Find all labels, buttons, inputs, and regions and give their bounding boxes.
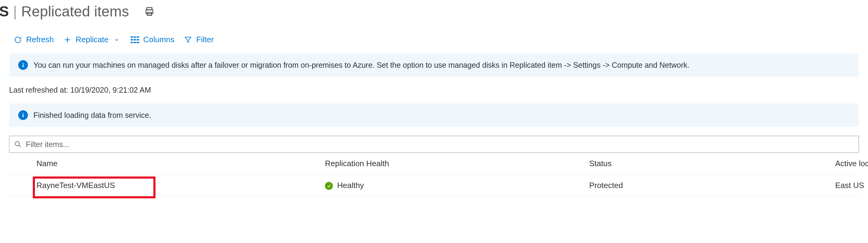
last-refreshed-label: Last refreshed at: [9,86,70,94]
svg-rect-8 [131,39,133,40]
refresh-button[interactable]: Refresh [13,35,54,44]
info-banner-text: You can run your machines on managed dis… [33,61,689,69]
item-name: RayneTest-VMEastUS [36,181,115,190]
svg-rect-12 [134,42,136,43]
print-icon[interactable] [144,6,155,17]
info-banner-loaded: Finished loading data from service. [9,103,859,127]
cell-status: Protected [565,175,811,195]
command-bar: Refresh Replicate [0,26,868,54]
page-header: stUS | Replicated items [0,0,868,26]
status-value: Protected [589,181,623,190]
svg-rect-5 [131,36,133,38]
info-icon [18,110,28,120]
columns-label: Columns [143,35,174,44]
refresh-icon [13,35,23,44]
table-header-row: Name Replication Health Status Active lo… [9,153,859,175]
page-title: Replicated items [21,3,129,20]
cell-active-location: East US [811,175,864,195]
chevron-down-icon [112,35,121,44]
svg-point-17 [23,113,23,114]
col-header-status[interactable]: Status [565,153,811,174]
svg-rect-13 [137,42,139,43]
svg-marker-14 [185,37,191,42]
svg-rect-11 [131,42,133,43]
filter-button[interactable]: Filter [183,35,214,44]
last-refreshed-value: 10/19/2020, 9:21:02 AM [70,86,151,94]
svg-point-19 [15,142,20,146]
replicate-label: Replicate [75,35,108,44]
info-banner-managed-disks: You can run your machines on managed dis… [9,54,859,77]
svg-rect-9 [134,39,136,40]
refresh-label: Refresh [26,35,54,44]
cell-name[interactable]: RayneTest-VMEastUS [9,175,301,195]
svg-rect-7 [137,36,139,38]
svg-rect-18 [23,115,23,117]
filter-label: Filter [196,35,214,44]
columns-icon [130,35,140,44]
success-icon [325,182,333,190]
last-refreshed: Last refreshed at: 10/19/2020, 9:21:02 A… [0,86,868,103]
active-location-value: East US [835,181,864,190]
col-header-replication-health[interactable]: Replication Health [301,153,565,174]
filter-items-box[interactable] [9,136,859,153]
filter-items-input[interactable] [25,140,854,149]
svg-point-15 [23,63,23,64]
svg-rect-16 [23,64,23,67]
header-separator: | [9,3,21,20]
info-icon [18,60,28,70]
col-header-name[interactable]: Name [9,153,301,174]
col-header-active-location[interactable]: Active locati [811,153,868,174]
svg-rect-6 [134,36,136,38]
cell-replication-health: Healthy [301,175,565,195]
columns-button[interactable]: Columns [130,35,174,44]
replicated-items-table: Name Replication Health Status Active lo… [9,153,859,196]
funnel-icon [183,35,192,44]
vault-name-suffix: stUS [0,3,9,20]
search-icon [14,141,22,148]
svg-rect-10 [137,39,139,40]
info-banner-text: Finished loading data from service. [33,111,151,120]
replicate-button[interactable]: Replicate [63,35,121,44]
plus-icon [63,35,72,44]
svg-line-20 [19,145,21,147]
replication-health-value: Healthy [337,181,364,190]
table-row[interactable]: RayneTest-VMEastUS Healthy Protected Eas… [9,175,859,196]
